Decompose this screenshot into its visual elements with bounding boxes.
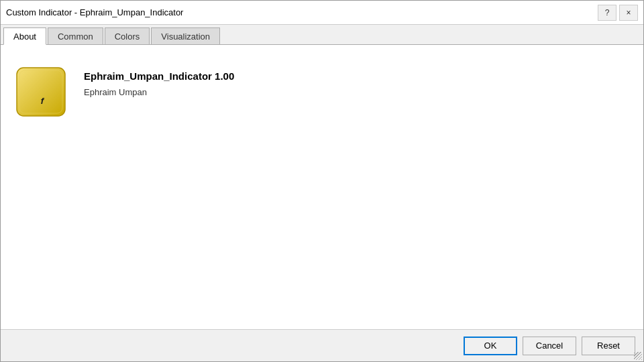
svg-rect-0	[17, 68, 65, 116]
title-bar: Custom Indicator - Ephraim_Umpan_Indicat…	[1, 1, 643, 25]
resize-handle[interactable]	[634, 352, 642, 360]
dialog-title: Custom Indicator - Ephraim_Umpan_Indicat…	[6, 7, 183, 17]
indicator-info: Ephraim_Umpan_Indicator 1.00 Ephraim Ump…	[84, 65, 234, 97]
indicator-icon: f	[14, 65, 68, 119]
content-area: f Ephraim_Umpan_Indicator 1.00 Ephraim U…	[1, 45, 643, 329]
ok-button[interactable]: OK	[464, 337, 517, 355]
close-button[interactable]: ×	[619, 5, 638, 21]
tab-colors[interactable]: Colors	[105, 27, 150, 45]
title-bar-left: Custom Indicator - Ephraim_Umpan_Indicat…	[6, 7, 183, 17]
reset-button[interactable]: Reset	[582, 337, 635, 355]
indicator-name-label: Ephraim_Umpan_Indicator 1.00	[84, 70, 234, 82]
footer: OK Cancel Reset	[1, 329, 643, 361]
tab-visualization[interactable]: Visualization	[151, 27, 220, 45]
tab-about[interactable]: About	[3, 27, 46, 45]
tab-common[interactable]: Common	[48, 27, 103, 45]
dialog-window: Custom Indicator - Ephraim_Umpan_Indicat…	[0, 0, 644, 362]
cancel-button[interactable]: Cancel	[523, 337, 576, 355]
help-button[interactable]: ?	[598, 5, 616, 21]
about-section: f Ephraim_Umpan_Indicator 1.00 Ephraim U…	[14, 58, 630, 125]
indicator-author-label: Ephraim Umpan	[84, 87, 234, 97]
tabs-bar: About Common Colors Visualization	[1, 25, 643, 45]
title-bar-right: ? ×	[598, 5, 638, 21]
